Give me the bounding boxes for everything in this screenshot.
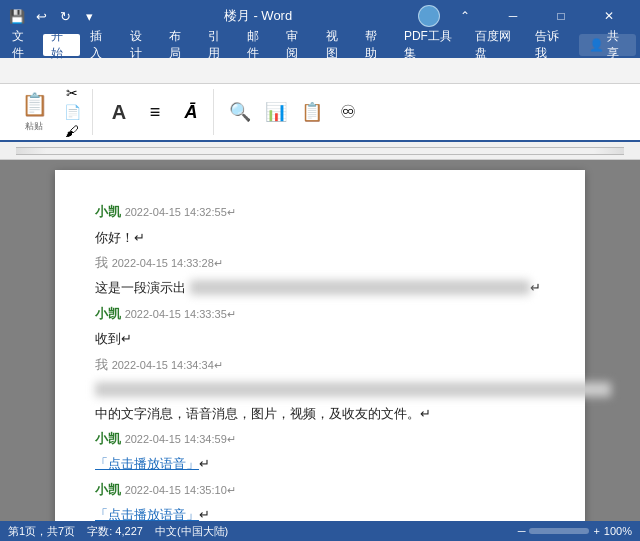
redo-icon[interactable]: ↻ <box>56 7 74 25</box>
audio-link-2[interactable]: 「点击播放语音」 <box>95 507 199 521</box>
list-item: 小凯 2022-04-15 14:33:35↵ <box>95 302 545 326</box>
timestamp: 2022-04-15 14:35:10↵ <box>125 484 236 496</box>
chat-message: 收到↵ <box>95 327 545 350</box>
sender-name: 我 <box>95 358 108 372</box>
list-item: 小凯 2022-04-15 14:32:55↵ <box>95 200 545 224</box>
share-icon: 👤 <box>589 38 604 52</box>
menu-pdf[interactable]: PDF工具集 <box>396 34 465 56</box>
special-icon[interactable]: ♾ <box>332 93 364 131</box>
list-item: 我 2022-04-15 14:34:34↵ <box>95 353 545 377</box>
avatar[interactable] <box>418 5 440 27</box>
find-icon[interactable]: 🔍 <box>224 93 256 131</box>
menu-design[interactable]: 设计 <box>122 34 159 56</box>
paste-icon[interactable]: 📋 粘贴 <box>14 91 54 133</box>
menu-file[interactable]: 文件 <box>4 34 41 56</box>
document-page: 小凯 2022-04-15 14:32:55↵ 你好！↵ 我 2022-04-1… <box>55 170 585 521</box>
timestamp: 2022-04-15 14:34:34↵ <box>112 359 223 371</box>
sender-name: 小凯 <box>95 205 121 219</box>
cut-copy-group: ✂ 📄 🖌 <box>58 84 86 140</box>
menu-bar: 文件 开始 插入 设计 布局 引用 邮件 审阅 视图 帮助 PDF工具集 百度网… <box>0 32 640 58</box>
menu-insert[interactable]: 插入 <box>82 34 119 56</box>
sender-name: 小凯 <box>95 307 121 321</box>
blurred-content: █████████████████████████████████████ <box>190 280 531 295</box>
audio-link-1[interactable]: 「点击播放语音」 <box>95 456 199 471</box>
chat-message: 「点击播放语音」↵ <box>95 503 545 521</box>
zoom-controls[interactable]: ─+ 100% <box>518 525 632 537</box>
menu-layout[interactable]: 布局 <box>161 34 198 56</box>
paragraph-icon[interactable]: ≡ <box>139 93 171 131</box>
chat-message: 「点击播放语音」↵ <box>95 452 545 475</box>
document-area[interactable]: 小凯 2022-04-15 14:32:55↵ 你好！↵ 我 2022-04-1… <box>0 160 640 521</box>
menu-tellme[interactable]: 告诉我 <box>527 34 575 56</box>
share-label: 共享 <box>607 28 626 62</box>
list-item: 小凯 2022-04-15 14:34:59↵ <box>95 427 545 451</box>
window-title: 楼月 - Word <box>138 7 378 25</box>
status-bar: 第1页，共7页 字数: 4,227 中文(中国大陆) ─+ 100% <box>0 521 640 541</box>
chat-message: 你好！↵ <box>95 226 545 249</box>
blurred-content: ████████████████████████████████████████… <box>95 382 611 397</box>
timestamp: 2022-04-15 14:32:55↵ <box>125 206 236 218</box>
undo-icon[interactable]: ↩ <box>32 7 50 25</box>
language: 中文(中国大陆) <box>155 524 228 539</box>
title-bar-left: 💾 ↩ ↻ ▾ <box>8 7 98 25</box>
replace-icon[interactable]: 📋 <box>296 93 328 131</box>
table-icon[interactable]: 📊 <box>260 93 292 131</box>
timestamp: 2022-04-15 14:33:28↵ <box>112 257 223 269</box>
font-icon[interactable]: A <box>103 93 135 131</box>
timestamp: 2022-04-15 14:33:35↵ <box>125 308 236 320</box>
clipboard-group: 📋 粘贴 ✂ 📄 🖌 <box>8 89 93 135</box>
menu-references[interactable]: 引用 <box>200 34 237 56</box>
cut-icon[interactable]: ✂ <box>58 84 86 102</box>
share-button[interactable]: 👤 共享 <box>579 34 636 56</box>
sender-name: 我 <box>95 256 108 270</box>
font-style-icon[interactable]: Ā <box>175 93 207 131</box>
menu-mailings[interactable]: 邮件 <box>239 34 276 56</box>
chat-message: ████████████████████████████████████████… <box>95 378 545 425</box>
save-icon[interactable]: 💾 <box>8 7 26 25</box>
menu-review[interactable]: 审阅 <box>278 34 315 56</box>
sender-name: 小凯 <box>95 483 121 497</box>
format-painter-icon[interactable]: 🖌 <box>58 122 86 140</box>
page-count: 第1页，共7页 <box>8 524 75 539</box>
menu-view[interactable]: 视图 <box>318 34 355 56</box>
word-count: 字数: 4,227 <box>87 524 143 539</box>
menu-help[interactable]: 帮助 <box>357 34 394 56</box>
horizontal-ruler <box>0 142 640 160</box>
menu-baidu[interactable]: 百度网盘 <box>467 34 525 56</box>
ribbon: 📋 粘贴 ✂ 📄 🖌 A ≡ Ā 🔍 📊 📋 ♾ <box>0 84 640 142</box>
chat-message: 这是一段演示出 ████████████████████████████████… <box>95 276 545 299</box>
sender-name: 小凯 <box>95 432 121 446</box>
timestamp: 2022-04-15 14:34:59↵ <box>125 433 236 445</box>
list-item: 我 2022-04-15 14:33:28↵ <box>95 251 545 275</box>
customize-icon[interactable]: ▾ <box>80 7 98 25</box>
copy-icon[interactable]: 📄 <box>58 103 86 121</box>
menu-home[interactable]: 开始 <box>43 34 80 56</box>
font-group: A ≡ Ā <box>97 89 214 135</box>
list-item: 小凯 2022-04-15 14:35:10↵ <box>95 478 545 502</box>
tools-group: 🔍 📊 📋 ♾ <box>218 89 370 135</box>
